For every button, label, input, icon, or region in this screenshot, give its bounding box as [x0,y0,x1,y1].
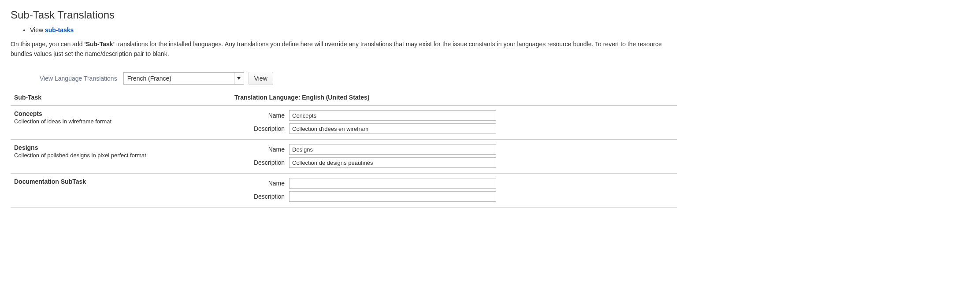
name-field-label: Name [234,180,285,187]
table-header: Sub-Task Translation Language: English (… [11,89,677,106]
translation-name-input[interactable] [289,144,496,155]
subtask-description: Collection of ideas in wireframe format [14,118,234,125]
intro-pre: On this page, you can add [11,41,84,48]
subnav-prefix: View [30,26,45,33]
translation-description-input[interactable] [289,157,496,168]
page-title: Sub-Task Translations [11,9,677,21]
intro-bold: 'Sub-Task' [84,41,115,48]
language-label: View Language Translations [40,75,117,82]
sub-tasks-link[interactable]: sub-tasks [45,26,74,33]
translation-name-input[interactable] [289,110,496,121]
description-field-label: Description [234,159,285,166]
subnav-list: View sub-tasks [11,26,677,33]
subtask-description: Collection of polished designs in pixel … [14,152,234,159]
translation-description-input[interactable] [289,191,496,202]
language-select[interactable]: French (France) [123,72,244,85]
language-select-value: French (France) [124,75,234,82]
translation-description-input[interactable] [289,123,496,134]
table-row: ConceptsCollection of ideas in wireframe… [11,106,677,140]
table-row: DesignsCollection of polished designs in… [11,140,677,174]
header-subtask: Sub-Task [14,94,234,101]
subtask-name: Concepts [14,110,234,117]
translations-table: Sub-Task Translation Language: English (… [11,89,677,208]
description-field-label: Description [234,125,285,132]
subtask-name: Designs [14,144,234,151]
intro-text: On this page, you can add 'Sub-Task' tra… [11,40,677,59]
table-row: Documentation SubTaskNameDescription [11,174,677,208]
chevron-down-icon [234,73,244,84]
view-button[interactable]: View [249,72,273,85]
name-field-label: Name [234,146,285,153]
name-field-label: Name [234,112,285,119]
subnav-item: View sub-tasks [30,26,677,33]
header-translation: Translation Language: English (United St… [234,94,673,101]
subtask-name: Documentation SubTask [14,178,234,185]
description-field-label: Description [234,193,285,200]
translation-name-input[interactable] [289,178,496,189]
